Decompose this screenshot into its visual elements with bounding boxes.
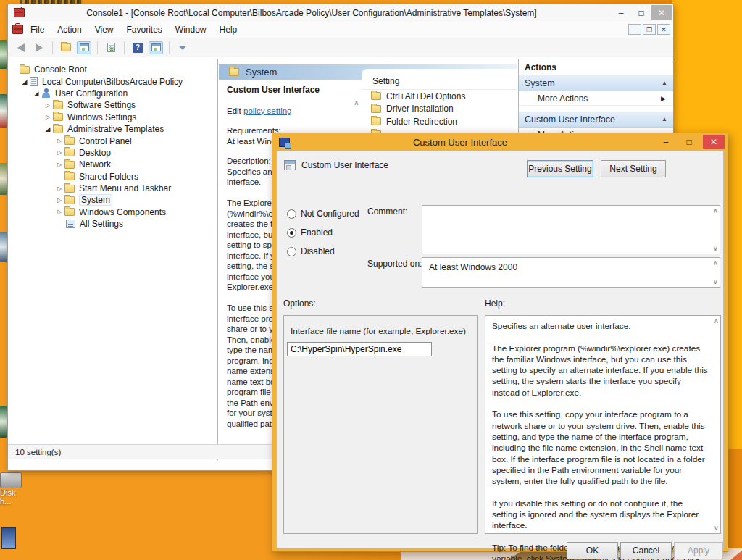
dialog-titlebar: Custom User Interface – □ ✕: [272, 133, 728, 151]
list-item[interactable]: Ctrl+Alt+Del Options: [362, 90, 517, 103]
next-setting-button[interactable]: Next Setting: [601, 160, 666, 177]
dialog-minimize-button[interactable]: –: [656, 135, 675, 149]
expander-collapsed-icon[interactable]: ▷: [54, 197, 64, 204]
expander-expanded-icon[interactable]: ◢: [31, 90, 41, 97]
expander-collapsed-icon[interactable]: ▷: [43, 102, 53, 109]
expander-expanded-icon[interactable]: ◢: [20, 78, 30, 85]
export-list-icon: [107, 43, 115, 52]
desktop-icon-label: Disk: [0, 488, 41, 497]
settings-column-header[interactable]: Setting: [362, 73, 517, 90]
dialog-close-button[interactable]: ✕: [703, 135, 725, 149]
cancel-button[interactable]: Cancel: [620, 542, 672, 559]
tree-item-label: Desktop: [79, 148, 111, 158]
help-label: Help:: [485, 298, 505, 309]
tree-item-network[interactable]: ▷ Network: [8, 159, 217, 170]
edit-prefix: Edit: [227, 106, 243, 115]
actions-section-custom-user-interface[interactable]: Custom User Interface ▲: [519, 112, 673, 128]
tree-item-label: Start Menu and Taskbar: [79, 183, 171, 193]
back-button[interactable]: [14, 41, 28, 54]
close-button[interactable]: ✕: [651, 5, 672, 20]
radio-not-configured[interactable]: Not Configured: [287, 209, 359, 219]
actions-more-actions-system[interactable]: More Actions ▶: [519, 91, 673, 106]
radio-icon: [287, 209, 296, 219]
tree-item-console-root[interactable]: Console Root: [8, 64, 217, 75]
all-settings-icon: [66, 220, 75, 228]
interface-file-name-input[interactable]: [287, 342, 432, 356]
tree-item-user-configuration[interactable]: ◢ User Configuration: [8, 88, 217, 99]
tree-item-local-computer-policy[interactable]: ◢ Local Computer\BilbosArcade Policy: [8, 75, 217, 87]
expander-collapsed-icon[interactable]: ▷: [54, 162, 64, 168]
radio-label: Disabled: [301, 246, 335, 256]
menu-favorites[interactable]: Favorites: [121, 22, 168, 37]
folder-icon: [64, 161, 75, 169]
tree-item-windows-settings[interactable]: ▷ Windows Settings: [8, 112, 217, 123]
apply-button: Apply: [674, 542, 723, 559]
child-restore-button[interactable]: ❐: [643, 24, 656, 35]
status-text: 10 setting(s): [15, 448, 61, 456]
scroll-up-icon[interactable]: ∧: [713, 207, 718, 214]
show-console-tree-button[interactable]: [77, 41, 91, 54]
menu-window[interactable]: Window: [170, 22, 212, 37]
desktop-icon-program[interactable]: [1, 527, 16, 549]
scroll-down-icon[interactable]: ∨: [713, 245, 718, 252]
scroll-down-icon[interactable]: ∨: [713, 278, 718, 285]
tree-item-shared-folders[interactable]: Shared Folders: [8, 171, 217, 183]
expander-collapsed-icon[interactable]: ▷: [54, 138, 64, 144]
edit-policy-setting-link[interactable]: policy setting: [243, 106, 291, 115]
console-icon: [12, 25, 23, 34]
expander-collapsed-icon[interactable]: ▷: [54, 149, 64, 156]
scroll-up-icon[interactable]: ∧: [351, 99, 362, 106]
dialog-maximize-button[interactable]: □: [680, 135, 699, 149]
expander-collapsed-icon[interactable]: ▷: [54, 209, 64, 215]
tree-item-label: Software Settings: [67, 100, 136, 110]
radio-label: Enabled: [301, 227, 333, 238]
maximize-button[interactable]: □: [631, 5, 651, 20]
tree-item-start-menu-and-taskbar[interactable]: ▷ Start Menu and Taskbar: [8, 183, 217, 194]
tree-item-windows-components[interactable]: ▷ Windows Components: [8, 206, 217, 218]
tree-item-system[interactable]: ▷ System: [8, 194, 217, 206]
up-one-level-button[interactable]: [59, 41, 73, 54]
minimize-button[interactable]: –: [611, 5, 631, 20]
tree-item-all-settings[interactable]: All Settings: [8, 218, 217, 230]
filter-button[interactable]: [175, 41, 190, 54]
expander-collapsed-icon[interactable]: ▷: [54, 185, 64, 192]
tree-item-software-settings[interactable]: ▷ Software Settings: [8, 99, 217, 111]
user-icon: [41, 88, 51, 98]
show-action-pane-button[interactable]: [149, 41, 163, 54]
menu-action[interactable]: Action: [51, 22, 87, 37]
desktop-icon-disk[interactable]: Disk h...: [0, 472, 41, 506]
tree-item-administrative-templates[interactable]: ◢ Administrative Templates: [8, 123, 217, 135]
list-item[interactable]: Folder Redirection: [362, 115, 517, 128]
list-item[interactable]: Driver Installation: [362, 103, 517, 116]
child-close-button[interactable]: ✕: [657, 24, 670, 35]
child-minimize-button[interactable]: –: [628, 24, 641, 35]
desktop: Disk h... Console1 - [Console Root\Local…: [0, 0, 742, 560]
tree-item-control-panel[interactable]: ▷ Control Panel: [8, 135, 217, 146]
collapse-icon[interactable]: ▲: [662, 116, 667, 122]
console-tree-icon: [80, 43, 89, 51]
radio-disabled[interactable]: Disabled: [287, 246, 335, 256]
scroll-up-icon[interactable]: ∧: [714, 317, 719, 325]
help-button[interactable]: ?: [130, 41, 145, 54]
forward-button[interactable]: [32, 41, 46, 54]
comment-input[interactable]: [423, 206, 709, 253]
previous-setting-button[interactable]: Previous Setting: [527, 160, 593, 177]
radio-enabled[interactable]: Enabled: [287, 227, 333, 238]
expander-collapsed-icon[interactable]: ▷: [43, 114, 53, 120]
menu-view[interactable]: View: [89, 22, 120, 37]
menu-file[interactable]: File: [25, 22, 50, 37]
scroll-up-icon[interactable]: ∧: [713, 259, 718, 267]
selected-policy-name: Custom User Interface: [227, 85, 343, 96]
collapse-icon[interactable]: ▲: [662, 80, 667, 86]
expander-expanded-icon[interactable]: ◢: [43, 125, 53, 133]
menu-help[interactable]: Help: [214, 22, 243, 37]
toolbar: ?: [8, 38, 673, 57]
help-group: Specifies an alternate user interface. T…: [485, 315, 721, 534]
tree-item-label: User Configuration: [55, 88, 128, 99]
actions-section-system[interactable]: System ▲: [519, 75, 673, 91]
export-list-button[interactable]: [104, 41, 118, 54]
tree-item-desktop[interactable]: ▷ Desktop: [8, 147, 217, 159]
folder-icon: [64, 172, 75, 180]
scroll-down-icon[interactable]: ∨: [714, 525, 719, 532]
ok-button[interactable]: OK: [567, 542, 618, 559]
